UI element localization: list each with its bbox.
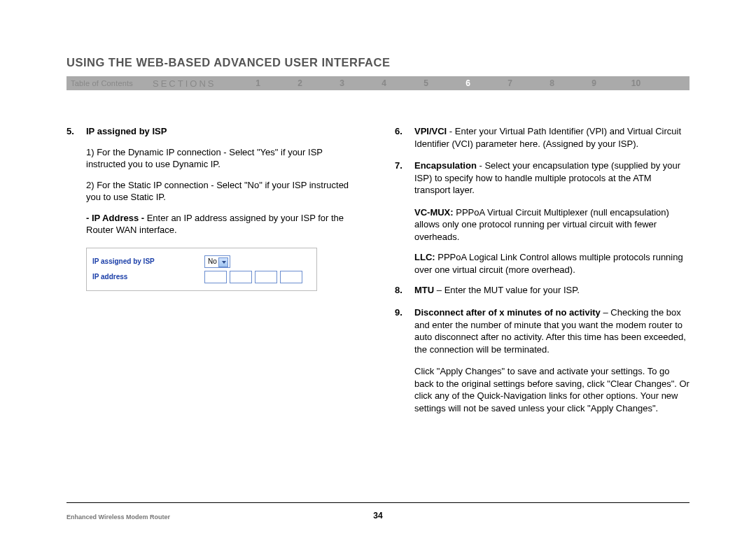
llc-para: LLC: PPPoA Logical Link Control allows m…: [414, 251, 690, 276]
item-6-body: VPI/VCI - Enter your Virtual Path Identi…: [414, 125, 690, 150]
nav-section-5[interactable]: 5: [405, 78, 447, 88]
nav-section-10[interactable]: 10: [615, 78, 657, 88]
item-6-number: 6.: [395, 125, 414, 150]
ip-settings-panel: IP assigned by ISP No IP address: [86, 248, 317, 291]
nav-section-3[interactable]: 3: [321, 78, 363, 88]
nav-toc-link[interactable]: Table of Contents: [71, 79, 133, 87]
item-8-number: 8.: [395, 284, 414, 297]
ip-octet-3[interactable]: [255, 271, 277, 283]
item-8-body: MTU – Enter the MUT value for your ISP.: [414, 284, 690, 297]
item-5-title: IP assigned by ISP: [86, 125, 361, 138]
item-5-para-1: 1) For the Dynamic IP connection - Selec…: [86, 146, 361, 171]
item-7-number: 7.: [395, 160, 414, 197]
nav-section-1[interactable]: 1: [237, 78, 279, 88]
nav-section-2[interactable]: 2: [279, 78, 321, 88]
ip-octet-2[interactable]: [230, 271, 252, 283]
nav-section-8[interactable]: 8: [531, 78, 573, 88]
item-5-number: 5.: [66, 125, 86, 236]
ip-octet-1[interactable]: [204, 271, 227, 283]
left-column: 5. IP assigned by ISP 1) For the Dynamic…: [66, 125, 361, 423]
section-nav-bar: Table of Contents SECTIONS 1 2 3 4 5 6 7…: [66, 76, 690, 90]
footer-divider: [66, 502, 690, 503]
item-5-para-2: 2) For the Static IP connection - Select…: [86, 179, 361, 204]
nav-sections-label: SECTIONS: [153, 78, 216, 89]
item-9-body: Disconnect after of x minutes of no acti…: [414, 306, 690, 355]
nav-section-9[interactable]: 9: [573, 78, 615, 88]
vcmux-para: VC-MUX: PPPoA Virtual Circuit Multiplexe…: [414, 206, 690, 243]
ip-address-label: IP address: [92, 273, 204, 281]
item-7-body: Encapsulation - Select your encapsulatio…: [414, 160, 690, 197]
ip-assigned-select[interactable]: No: [204, 255, 230, 268]
nav-section-7[interactable]: 7: [489, 78, 531, 88]
footer-page-number: 34: [0, 511, 756, 521]
ip-assigned-label: IP assigned by ISP: [92, 257, 204, 265]
right-column: 6. VPI/VCI - Enter your Virtual Path Ide…: [395, 125, 690, 423]
nav-section-6[interactable]: 6: [447, 78, 489, 88]
item-5-para-3: - IP Address - Enter an IP address assig…: [86, 212, 361, 236]
closing-para: Click "Apply Changes" to save and activa…: [414, 365, 690, 414]
item-9-number: 9.: [395, 306, 414, 355]
nav-section-4[interactable]: 4: [363, 78, 405, 88]
ip-octet-4[interactable]: [280, 271, 302, 283]
page-title: USING THE WEB-BASED ADVANCED USER INTERF…: [66, 56, 690, 69]
